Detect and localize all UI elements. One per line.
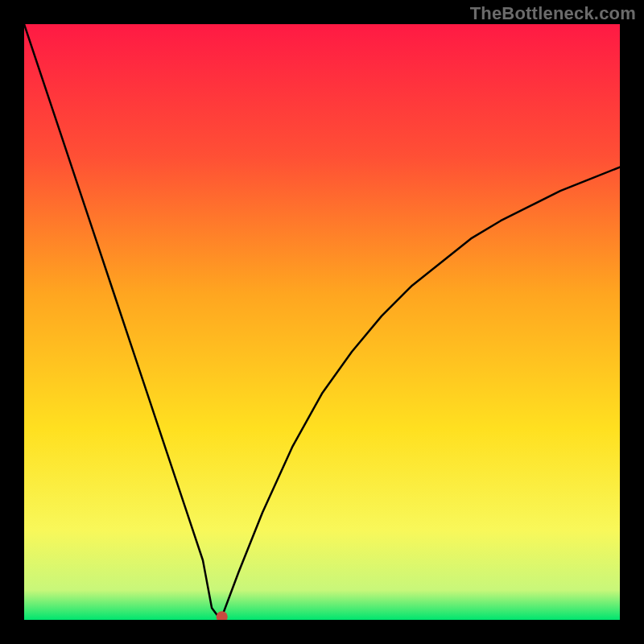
attribution-text: TheBottleneck.com <box>470 3 636 24</box>
chart-container: TheBottleneck.com <box>0 0 644 644</box>
gradient-background <box>24 24 620 620</box>
chart-plot <box>24 24 620 620</box>
